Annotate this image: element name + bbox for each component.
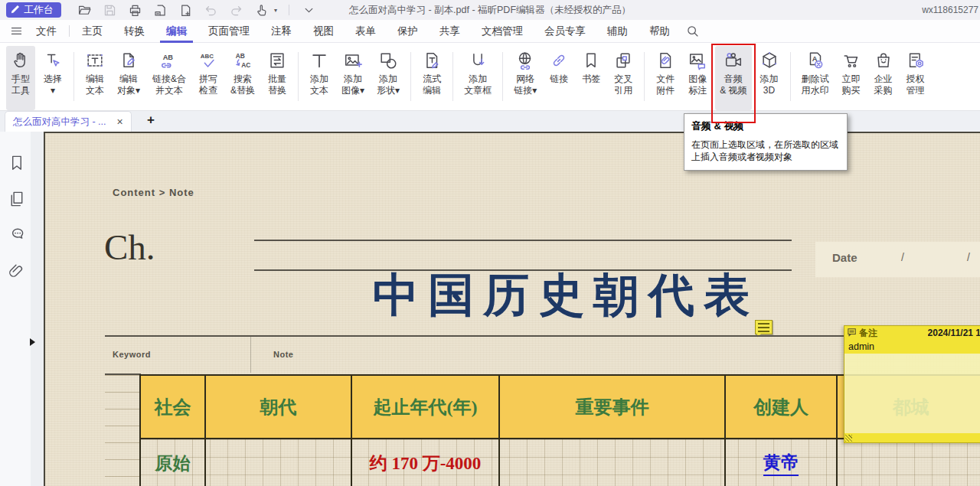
ribbon-tool-edit-text[interactable]: 编辑文本: [80, 46, 109, 110]
attachments-icon[interactable]: [7, 261, 25, 279]
ribbon-tool-label: 添加: [760, 73, 779, 85]
audio-video-icon: [724, 48, 743, 73]
hand-tool-icon: [11, 48, 31, 73]
sticky-note-footer: [844, 433, 980, 442]
ribbon-tool-license-management[interactable]: 授权管理: [901, 46, 930, 110]
ribbon-tool-label: 添加: [379, 73, 397, 85]
ribbon-tool-buy-now[interactable]: 立即购买: [837, 46, 866, 110]
ribbon-tool-article-box[interactable]: 添加文章框: [459, 46, 496, 110]
quick-access-toolbar: ▾: [77, 0, 316, 20]
sticky-note-body[interactable]: [844, 354, 980, 433]
table-cell: [498, 439, 726, 486]
extract-page-icon[interactable]: [152, 2, 168, 18]
chevron-down-icon[interactable]: [301, 2, 316, 18]
ribbon-tool-link-merge-text[interactable]: AB链接&合并文本: [148, 46, 191, 110]
menu-item-视图[interactable]: 视图: [302, 20, 345, 43]
table-header-cell: 创建人: [724, 374, 838, 439]
ribbon-tool-batch-replace[interactable]: 批量替换: [263, 46, 292, 110]
comments-icon[interactable]: [7, 225, 25, 243]
ruled-line: [254, 240, 792, 241]
new-tab-button[interactable]: +: [147, 113, 155, 128]
ribbon-tool-edit-object[interactable]: 编辑对象▾: [113, 46, 145, 110]
menu-item-页面管理[interactable]: 页面管理: [198, 20, 260, 43]
ribbon-tool-label: 工具: [11, 85, 30, 96]
sticky-note-timestamp: 2024/11/21 1: [928, 328, 980, 338]
bookmark-icon: [581, 48, 601, 73]
note-column-label: Note: [273, 350, 293, 359]
web-link-icon: [515, 48, 535, 73]
date-slash: /: [967, 251, 970, 263]
ribbon-tool-web-link[interactable]: 网络链接▾: [509, 46, 541, 110]
account-id: wx118615277: [922, 0, 978, 20]
menu-item-保护[interactable]: 保护: [387, 20, 429, 43]
menu-item-转换[interactable]: 转换: [113, 20, 155, 43]
titlebar: 工作台 ▾ 怎么面对高中学习 - 副本.pdf - 福昕PDF编辑器（未经授权的…: [0, 0, 980, 21]
tab-close-icon[interactable]: ×: [117, 116, 123, 128]
ribbon-group-divider: [452, 52, 453, 101]
ribbon-tool-cross-reference[interactable]: 交叉引用: [609, 46, 638, 110]
ribbon-tool-add-text[interactable]: 添加文本: [305, 46, 334, 110]
menu-item-文档管理[interactable]: 文档管理: [471, 20, 534, 43]
ribbon-tool-label: 标注: [688, 85, 707, 96]
ribbon-tool-label: 购买: [842, 85, 861, 96]
sidebar-icons: [7, 153, 25, 279]
ribbon-tool-flow-edit[interactable]: 流式编辑: [417, 46, 446, 110]
open-folder-icon[interactable]: [77, 2, 92, 18]
ribbon-tool-label: 删除试: [802, 73, 829, 85]
menu-item-文件[interactable]: 文件: [25, 20, 67, 43]
bookmarks-icon[interactable]: [7, 153, 25, 171]
menu-item-共享[interactable]: 共享: [429, 20, 471, 43]
document-tab-label: 怎么面对高中学习 - ...: [13, 116, 106, 129]
ribbon-tool-label: 文章框: [464, 85, 492, 96]
panel-expand-handle[interactable]: [30, 338, 35, 346]
svg-text:AC: AC: [241, 61, 250, 69]
menu-item-帮助[interactable]: 帮助: [639, 20, 681, 43]
menu-item-辅助[interactable]: 辅助: [596, 20, 639, 43]
note-icon: [848, 326, 857, 340]
toolbar-separator: [289, 5, 289, 15]
table-link[interactable]: 黄帝: [763, 451, 799, 476]
menu-item-会员专享[interactable]: 会员专享: [534, 20, 596, 43]
ribbon-tool-audio-video[interactable]: 音频& 视频: [715, 46, 751, 110]
chapter-label: Ch.: [104, 227, 155, 268]
ribbon-tool-label: 替换: [268, 85, 286, 96]
document-tab[interactable]: 怎么面对高中学习 - ... ×: [5, 111, 132, 132]
new-page-icon[interactable]: [178, 2, 193, 18]
date-band: Date / /: [815, 242, 980, 277]
column-divider: [250, 337, 251, 373]
hamburger-icon[interactable]: [9, 24, 24, 38]
table-cell: 约 170 万-4000: [351, 439, 500, 486]
menu-item-主页[interactable]: 主页: [71, 20, 113, 43]
sticky-note-header[interactable]: 备注 2024/11/21 1: [844, 326, 980, 340]
ribbon-tool-select-cursor[interactable]: 选择▾: [38, 46, 67, 110]
ribbon-tool-search-replace[interactable]: ABAC搜索&替换: [226, 46, 260, 110]
ribbon-tool-link[interactable]: 链接: [544, 46, 573, 110]
menu-item-表单[interactable]: 表单: [345, 20, 387, 43]
menu-item-注释[interactable]: 注释: [260, 20, 302, 43]
ribbon-tool-hand-tool[interactable]: 手型工具: [6, 46, 35, 110]
ribbon-tool-file-attachment[interactable]: 文件附件: [651, 46, 680, 110]
ribbon-tool-label: 拼写: [199, 73, 217, 85]
tooltip: 音频 & 视频 在页面上选取区域，在所选取的区域上插入音频或者视频对象: [684, 113, 848, 171]
pages-icon[interactable]: [7, 189, 25, 207]
resize-handle[interactable]: [845, 435, 852, 442]
ribbon-tool-spell-check[interactable]: ABC拼写检查: [194, 46, 223, 110]
ribbon-tool-label: 文本: [310, 85, 328, 96]
workspace-button[interactable]: 工作台: [6, 2, 61, 18]
ribbon-tool-add-image[interactable]: 添加图像▾: [337, 46, 369, 110]
print-icon[interactable]: [127, 2, 142, 18]
ribbon-tool-enterprise-purchase[interactable]: 企业采购: [869, 46, 898, 110]
ribbon-tool-label: 文本: [86, 85, 104, 96]
link-icon: [549, 48, 569, 73]
ribbon-tool-add-3d[interactable]: 添加3D: [755, 46, 784, 110]
date-slash: /: [901, 251, 904, 263]
menu-item-编辑[interactable]: 编辑: [155, 20, 198, 43]
ribbon-tool-bookmark[interactable]: 书签: [577, 46, 606, 110]
ribbon-tool-remove-trial-watermark[interactable]: A删除试用水印: [797, 46, 834, 110]
ribbon-tool-add-shape[interactable]: 添加形状▾: [372, 46, 404, 110]
comment-annotation-icon[interactable]: [755, 320, 773, 334]
search-icon[interactable]: [685, 24, 700, 38]
touch-mode-icon[interactable]: [253, 2, 269, 18]
table-cell[interactable]: 黄帝: [724, 439, 838, 486]
ribbon-tool-image-annotation[interactable]: 图像标注: [683, 46, 712, 110]
